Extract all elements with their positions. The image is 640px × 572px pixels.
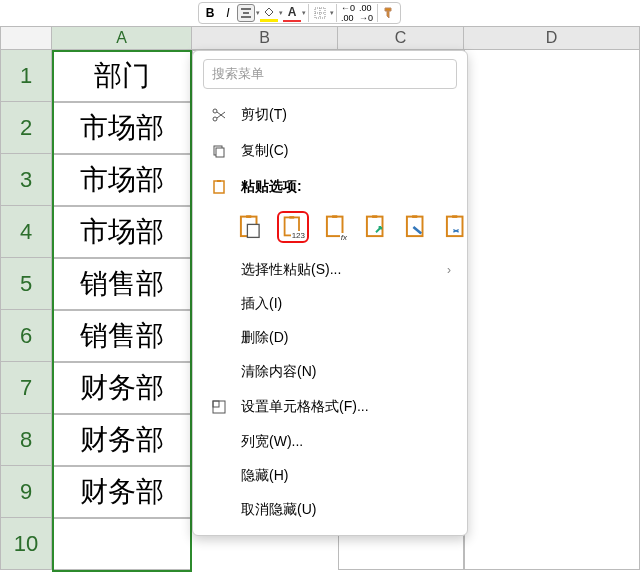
cell[interactable]: 财务部: [52, 362, 192, 414]
menu-label: 复制(C): [241, 142, 288, 160]
menu-label: 选择性粘贴(S)...: [241, 261, 341, 279]
cell-value: 部门: [94, 57, 150, 95]
menu-cut[interactable]: 剪切(T): [193, 97, 467, 133]
paste-formulas-icon[interactable]: fx: [323, 211, 349, 243]
column-header-b[interactable]: B: [192, 26, 338, 50]
format-painter-button[interactable]: [380, 4, 398, 22]
menu-insert[interactable]: 插入(I): [193, 287, 467, 321]
align-center-button[interactable]: [237, 4, 255, 22]
cell-value: 市场部: [80, 109, 164, 147]
menu-label: 设置单元格格式(F)...: [241, 398, 369, 416]
svg-rect-11: [289, 216, 294, 218]
cell[interactable]: [52, 518, 192, 570]
cell-value: 财务部: [80, 369, 164, 407]
row-header[interactable]: 1: [0, 50, 52, 102]
menu-label: 取消隐藏(U): [241, 501, 316, 519]
cell[interactable]: 市场部: [52, 154, 192, 206]
menu-copy[interactable]: 复制(C): [193, 133, 467, 169]
row-header[interactable]: 3: [0, 154, 52, 206]
row-header[interactable]: 2: [0, 102, 52, 154]
font-color-button[interactable]: A: [283, 4, 301, 22]
menu-paste-special[interactable]: 选择性粘贴(S)... ›: [193, 253, 467, 287]
increase-decimal-button[interactable]: ←0.00: [339, 4, 357, 22]
column-header-a[interactable]: A: [52, 26, 192, 50]
cell[interactable]: 部门: [52, 50, 192, 102]
bold-button[interactable]: B: [201, 4, 219, 22]
svg-rect-19: [452, 215, 457, 218]
row-header[interactable]: 4: [0, 206, 52, 258]
decrease-decimal-button[interactable]: .00→0: [357, 4, 375, 22]
menu-label: 剪切(T): [241, 106, 287, 124]
svg-rect-18: [447, 217, 463, 237]
search-menu-input[interactable]: 搜索菜单: [203, 59, 457, 89]
menu-unhide[interactable]: 取消隐藏(U): [193, 493, 467, 527]
row-header[interactable]: 10: [0, 518, 52, 570]
column-header-c[interactable]: C: [338, 26, 464, 50]
row-header[interactable]: 6: [0, 310, 52, 362]
menu-hide[interactable]: 隐藏(H): [193, 459, 467, 493]
cell-value: 市场部: [80, 213, 164, 251]
svg-rect-9: [247, 224, 259, 237]
menu-label: 删除(D): [241, 329, 288, 347]
menu-label: 隐藏(H): [241, 467, 288, 485]
chevron-right-icon: ›: [447, 263, 451, 277]
paste-all-icon[interactable]: [237, 211, 263, 243]
row-header[interactable]: 8: [0, 414, 52, 466]
menu-label: 粘贴选项:: [241, 178, 302, 196]
copy-icon: [209, 141, 229, 161]
paste-transpose-icon[interactable]: [363, 211, 389, 243]
chevron-down-icon[interactable]: ▾: [302, 9, 306, 17]
clipboard-icon: [209, 177, 229, 197]
menu-format-cells[interactable]: 设置单元格格式(F)...: [193, 389, 467, 425]
cell[interactable]: 销售部: [52, 310, 192, 362]
svg-rect-17: [412, 215, 417, 218]
menu-column-width[interactable]: 列宽(W)...: [193, 425, 467, 459]
row-header[interactable]: 7: [0, 362, 52, 414]
paste-formatting-icon[interactable]: [403, 211, 429, 243]
paste-values-sub: 123: [291, 231, 306, 240]
cell[interactable]: [464, 50, 640, 570]
scissors-icon: [209, 105, 229, 125]
fill-color-button[interactable]: [260, 4, 278, 22]
cell[interactable]: 市场部: [52, 206, 192, 258]
cell[interactable]: 市场部: [52, 102, 192, 154]
row-header[interactable]: 5: [0, 258, 52, 310]
cell-value: 销售部: [80, 317, 164, 355]
row-header[interactable]: 9: [0, 466, 52, 518]
svg-rect-6: [217, 180, 221, 182]
menu-label: 列宽(W)...: [241, 433, 303, 451]
paste-options-row: 123 fx: [193, 205, 467, 253]
cell-value: 市场部: [80, 161, 164, 199]
column-headers: A B C D: [0, 26, 640, 50]
paste-link-icon[interactable]: [443, 211, 469, 243]
borders-button[interactable]: [311, 4, 329, 22]
cell-value: 财务部: [80, 473, 164, 511]
row-headers: 1 2 3 4 5 6 7 8 9 10: [0, 50, 52, 570]
svg-rect-13: [332, 215, 337, 218]
menu-paste-header: 粘贴选项:: [193, 169, 467, 205]
menu-label: 清除内容(N): [241, 363, 316, 381]
svg-point-2: [213, 109, 217, 113]
svg-rect-21: [213, 401, 219, 407]
cell-value: 财务部: [80, 421, 164, 459]
svg-rect-5: [214, 181, 224, 193]
cell[interactable]: 财务部: [52, 414, 192, 466]
mini-toolbar: B I ▾ ▾ A ▾ ▾ ←0.00 .00→0: [0, 0, 640, 26]
menu-label: 插入(I): [241, 295, 282, 313]
italic-button[interactable]: I: [219, 4, 237, 22]
cell[interactable]: 财务部: [52, 466, 192, 518]
cell-value: 销售部: [80, 265, 164, 303]
svg-rect-4: [216, 148, 224, 157]
svg-rect-8: [246, 215, 251, 218]
chevron-down-icon[interactable]: ▾: [330, 9, 334, 17]
context-menu: 搜索菜单 剪切(T) 复制(C) 粘贴选项: 123 fx: [192, 50, 468, 536]
select-all-corner[interactable]: [0, 26, 52, 50]
menu-clear[interactable]: 清除内容(N): [193, 355, 467, 389]
cell[interactable]: 销售部: [52, 258, 192, 310]
svg-rect-15: [372, 215, 377, 218]
column-header-d[interactable]: D: [464, 26, 640, 50]
svg-point-1: [213, 117, 217, 121]
menu-delete[interactable]: 删除(D): [193, 321, 467, 355]
paste-values-icon[interactable]: 123: [277, 211, 309, 243]
format-cells-icon: [209, 397, 229, 417]
